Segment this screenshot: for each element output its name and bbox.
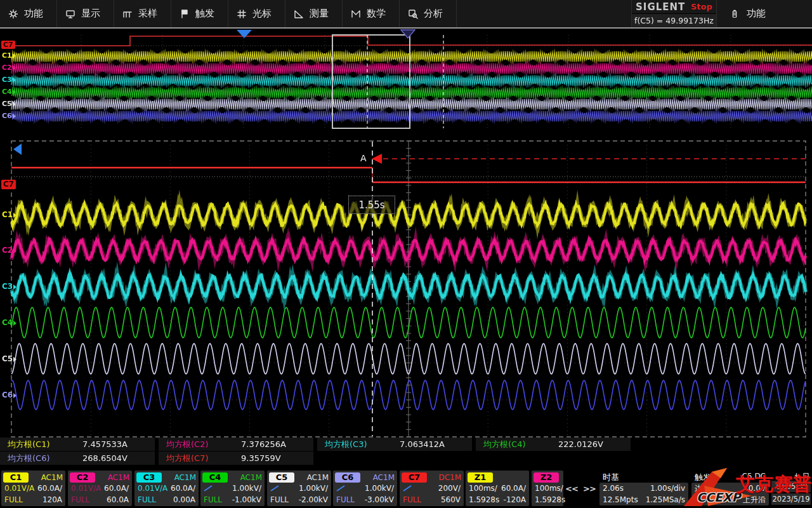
channel-status-c7[interactable]: C7DC1M 200V/ FULL560V <box>400 471 464 506</box>
timebase-points: 12.5Mpts <box>603 495 638 504</box>
overview-strip[interactable] <box>0 29 812 131</box>
menu-acquire-label: 采样 <box>138 8 157 20</box>
bandwidth-label: FULL <box>403 495 421 504</box>
overview-label-c1[interactable]: C1 <box>2 51 16 60</box>
acquire-icon <box>122 9 133 19</box>
zoom-badge: Z1 <box>468 472 493 483</box>
measure-icon <box>294 9 304 19</box>
overview-label-c2[interactable]: C2 <box>2 64 16 72</box>
measurement-label: 均方根(C6) <box>0 453 82 464</box>
offset-value: -2.00kV <box>299 495 328 504</box>
scroll-left-button[interactable]: << <box>564 471 579 506</box>
main-waveform-window[interactable] <box>11 138 806 437</box>
menu-math-label: 数学 <box>367 8 386 20</box>
scale-value: 1.00kV/ <box>299 484 328 493</box>
offset-value: 60.0A <box>107 495 129 504</box>
measurement-value: 7.063412A <box>400 439 445 449</box>
channel-badge: C5 <box>269 472 294 483</box>
clock-time: 10:05:39 <box>771 481 811 492</box>
menu-cursor[interactable]: 光标 <box>228 0 285 27</box>
main-label-c2[interactable]: C2 <box>2 246 16 255</box>
probe-icon <box>204 485 213 491</box>
coupling-label: AC1M <box>307 473 329 482</box>
overview-label-c4[interactable]: C4 <box>2 88 16 96</box>
main-label-c5[interactable]: C5 <box>2 354 16 364</box>
menu-utility[interactable]: 功能 <box>0 0 57 27</box>
channel-status-c2[interactable]: C2AC1M 0.01V/A60.0A/ FULL60.0A <box>68 471 132 506</box>
timebase-delay: 2.06s <box>603 484 624 493</box>
menu-measure[interactable]: 测量 <box>285 0 343 27</box>
menu-cursor-label: 光标 <box>252 8 272 20</box>
main-label-c3[interactable]: C3 <box>2 282 16 291</box>
cursor-grid-icon <box>237 9 247 19</box>
scroll-right-button[interactable]: >> <box>582 471 597 506</box>
zoom-status-z1[interactable]: Z1 100ms/60.0A/ 1.5928s-120A <box>466 471 529 506</box>
scale-value: 60.0A/ <box>171 484 195 493</box>
main-label-c7[interactable]: C7 <box>1 180 16 189</box>
bandwidth-label: FULL <box>336 495 355 504</box>
channel-status-c4[interactable]: C4AC1M 1.00kV/ FULL-1.00kV <box>200 471 265 506</box>
menu-acquire[interactable]: 采样 <box>114 0 171 27</box>
acquisition-status-box[interactable]: SIGLENT Stop f(C5) = 49.99173Hz <box>631 0 717 27</box>
measurement-label: 均方根(C7) <box>159 453 241 464</box>
measurement-rms-c1[interactable]: 均方根(C1) 7.457533A <box>0 438 155 451</box>
menu-utility-right[interactable]: 功能 <box>716 0 812 27</box>
menu-display[interactable]: 显示 <box>57 0 114 27</box>
menu-bar: 功能 显示 采样 触发 光标 测量 数学 分析 <box>0 0 812 29</box>
menu-math[interactable]: 数学 <box>343 0 400 27</box>
scale-value: 60.0A/ <box>104 484 129 493</box>
offset-arrow-icon <box>13 53 16 58</box>
probe-icon <box>270 485 279 491</box>
analysis-icon <box>408 9 418 19</box>
zoom-status-z2[interactable]: Z2 100ms/ 1.5928s <box>532 471 563 506</box>
coupling-label: AC1M <box>41 473 63 482</box>
coupling-label: DC1M <box>438 473 461 482</box>
overview-label-c6[interactable]: C6 <box>2 112 16 120</box>
zoom-delay: 1.5928s <box>469 495 499 504</box>
trigger-box[interactable]: 触发C5 DC 边沿40.0V 上升沿 <box>691 471 769 506</box>
measurement-rms-c7[interactable]: 均方根(C7) 9.35759V <box>159 451 313 465</box>
channel-status-c5[interactable]: C5AC1M 1.00kV/ FULL-2.00kV <box>267 471 331 506</box>
main-label-c1[interactable]: C1 <box>2 210 16 220</box>
frequency-counter: f(C5) = 49.99173Hz <box>632 13 716 27</box>
trigger-slope: 上升沿 <box>743 495 766 505</box>
measurement-label: 均方根(C2) <box>159 439 241 450</box>
channel-status-c3[interactable]: C3AC1M 0.01V/A60.0A/ FULL0.00A <box>134 471 199 506</box>
scale-value: 200V/ <box>438 484 461 493</box>
probe-ratio-label: 0.01V/A <box>138 484 167 493</box>
offset-arrow-icon <box>13 213 16 218</box>
offset-arrow-icon <box>13 393 16 398</box>
measurement-rms-c3[interactable]: 均方根(C3) 7.063412A <box>317 438 472 451</box>
channel-status-c6[interactable]: C6AC1M 1.00kV/ FULL-3.00kV <box>333 471 397 506</box>
offset-value: 120A <box>43 495 62 504</box>
overview-label-c5[interactable]: C5 <box>2 100 16 108</box>
offset-arrow-icon <box>13 90 16 95</box>
offset-arrow-icon <box>13 102 16 107</box>
measurement-value: 7.457533A <box>82 439 128 449</box>
siglent-logo: SIGLENT <box>636 1 685 13</box>
save-icon <box>793 472 800 479</box>
zoom-vdiv: 60.0A/ <box>501 484 526 493</box>
overview-label-c7[interactable]: C7 <box>1 41 15 49</box>
channel-badge: C3 <box>136 472 162 483</box>
channel-badge: C2 <box>70 472 95 483</box>
trigger-flag-icon <box>180 9 190 19</box>
measurement-label: 均方根(C1) <box>0 439 82 450</box>
menu-trigger[interactable]: 触发 <box>171 0 228 27</box>
offset-arrow-icon <box>13 321 16 326</box>
scale-value: 1.00kV/ <box>365 484 394 493</box>
measurement-rms-c6[interactable]: 均方根(C6) 268.6504V <box>0 451 155 465</box>
timebase-box[interactable]: 时基 2.06s1.00s/div 12.5Mpts1.25MSa/s <box>599 471 689 506</box>
menu-trigger-label: 触发 <box>195 8 214 20</box>
oscilloscope-screen: 功能 显示 采样 触发 光标 测量 数学 分析 <box>0 0 812 508</box>
usb-device-icon <box>802 472 809 479</box>
measurement-rms-c2[interactable]: 均方根(C2) 7.376256A <box>159 438 313 451</box>
measurement-rms-c4[interactable]: 均方根(C4) 222.0126V <box>476 438 631 451</box>
overview-label-c3[interactable]: C3 <box>2 76 16 84</box>
channel-status-c1[interactable]: C1AC1M 0.01V/A60.0A/ FULL120A <box>1 471 65 506</box>
menu-utility-label: 功能 <box>24 8 43 20</box>
main-label-c4[interactable]: C4 <box>2 318 16 328</box>
main-label-c6[interactable]: C6 <box>2 391 16 400</box>
menu-analysis[interactable]: 分析 <box>400 0 457 27</box>
measurement-value: 268.6504V <box>82 453 128 463</box>
